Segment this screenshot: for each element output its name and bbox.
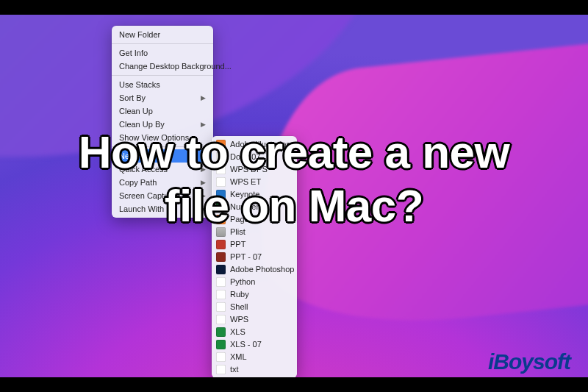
menu-item-clean-up[interactable]: Clean Up (112, 104, 213, 118)
file-type-icon (216, 340, 226, 349)
menu-item-label: New File (119, 151, 151, 161)
submenu-item-label: PPT - 07 (230, 252, 262, 263)
file-type-icon (216, 240, 226, 249)
file-type-icon (216, 140, 226, 149)
file-type-icon (216, 215, 226, 224)
submenu-item-label: WPS ET (230, 177, 261, 188)
submenu-item-label: Ruby (230, 289, 249, 300)
menu-item-launch-with[interactable]: Launch With▶ (112, 202, 213, 215)
file-type-icon (216, 352, 226, 362)
submenu-item-numbers[interactable]: Numbers (212, 201, 297, 213)
submenu-item-label: WPS DPS (230, 164, 268, 175)
file-type-icon (216, 190, 226, 199)
submenu-item-label: Python (230, 277, 255, 288)
submenu-item-label: WPS (230, 314, 248, 325)
desktop-context-menu: New FolderGet InfoChange Desktop Backgro… (112, 26, 213, 218)
submenu-item-adobe-illustrator[interactable]: Adobe Illustrator (212, 138, 297, 151)
submenu-item-label: Numbers (230, 202, 263, 213)
file-type-icon (216, 152, 226, 162)
submenu-item-pages[interactable]: Pages (212, 213, 297, 226)
file-type-icon (216, 177, 226, 187)
file-type-icon (216, 302, 226, 312)
menu-item-label: Use Stacks (119, 79, 160, 90)
menu-item-label: Clean Up (119, 106, 153, 116)
menu-item-show-view-options[interactable]: Show View Options (112, 131, 213, 144)
submenu-item-plist[interactable]: Plist (212, 226, 297, 238)
submenu-item-wps-et[interactable]: WPS ET (212, 176, 297, 188)
letterbox-bottom (0, 377, 588, 392)
file-type-icon (216, 165, 226, 174)
menu-item-label: Show View Options (119, 132, 189, 143)
submenu-item-ppt-07[interactable]: PPT - 07 (212, 251, 297, 263)
menu-item-new-file[interactable]: New File▶ (112, 149, 213, 163)
chevron-right-icon: ▶ (201, 177, 206, 188)
chevron-right-icon: ▶ (201, 93, 206, 103)
chevron-right-icon: ▶ (201, 151, 206, 161)
watermark-logo: iBoysoft (488, 349, 570, 374)
file-type-icon (216, 202, 226, 212)
submenu-item-label: XLS - 07 (230, 339, 262, 350)
menu-item-label: Get Info (119, 48, 148, 58)
submenu-item-label: Adobe Illustrator (230, 139, 289, 150)
menu-item-label: Screen Capture (119, 190, 176, 201)
menu-separator (112, 146, 213, 147)
submenu-item-txt[interactable]: txt (212, 363, 297, 376)
submenu-item-wps-dps[interactable]: WPS DPS (212, 163, 297, 176)
submenu-item-ruby[interactable]: Ruby (212, 288, 297, 301)
submenu-item-ppt[interactable]: PPT (212, 238, 297, 251)
new-file-submenu: Adobe IllustratorDoc - 07WPS DPSWPS ETKe… (212, 136, 297, 378)
file-type-icon (216, 227, 226, 237)
menu-item-new-folder[interactable]: New Folder (112, 28, 213, 41)
chevron-right-icon: ▶ (201, 119, 206, 129)
menu-item-label: Launch With (119, 204, 164, 214)
chevron-right-icon: ▶ (201, 164, 206, 174)
menu-item-copy-path[interactable]: Copy Path▶ (112, 176, 213, 189)
submenu-item-wps[interactable]: WPS (212, 313, 297, 326)
submenu-item-xml[interactable]: XML (212, 351, 297, 363)
submenu-item-doc-07[interactable]: Doc - 07 (212, 151, 297, 163)
submenu-item-xls-07[interactable]: XLS - 07 (212, 338, 297, 351)
letterbox-top (0, 0, 588, 15)
chevron-right-icon: ▶ (201, 190, 206, 201)
submenu-item-label: Keynote (230, 189, 259, 200)
chevron-right-icon: ▶ (201, 204, 206, 214)
menu-item-label: Copy Path (119, 177, 157, 188)
menu-item-label: Change Desktop Background... (119, 61, 232, 71)
menu-item-get-info[interactable]: Get Info (112, 46, 213, 60)
submenu-item-label: XLS (230, 327, 245, 338)
submenu-item-label: Plist (230, 227, 245, 238)
submenu-item-label: Adobe Photoshop (230, 264, 294, 275)
submenu-item-label: XML (230, 352, 247, 363)
menu-item-clean-up-by[interactable]: Clean Up By▶ (112, 118, 213, 131)
menu-separator (112, 75, 213, 76)
submenu-item-shell[interactable]: Shell (212, 301, 297, 313)
submenu-item-label: Shell (230, 302, 248, 313)
file-type-icon (216, 277, 226, 287)
submenu-item-label: Pages (230, 214, 253, 225)
file-type-icon (216, 265, 226, 274)
submenu-item-label: Doc - 07 (230, 152, 261, 163)
menu-item-use-stacks[interactable]: Use Stacks (112, 78, 213, 91)
menu-item-label: New Folder (119, 29, 160, 40)
file-type-icon (216, 327, 226, 337)
menu-item-quick-access[interactable]: Quick Access▶ (112, 163, 213, 176)
file-type-icon (216, 315, 226, 324)
menu-item-label: Quick Access (119, 164, 168, 174)
file-type-icon (216, 290, 226, 299)
submenu-item-keynote[interactable]: Keynote (212, 188, 297, 201)
menu-separator (112, 43, 213, 44)
file-type-icon (216, 252, 226, 262)
menu-item-label: Clean Up By (119, 119, 165, 129)
submenu-item-xls[interactable]: XLS (212, 326, 297, 338)
file-type-icon (216, 365, 226, 374)
submenu-item-adobe-photoshop[interactable]: Adobe Photoshop (212, 263, 297, 276)
menu-item-label: Sort By (119, 93, 146, 103)
menu-item-change-desktop-background[interactable]: Change Desktop Background... (112, 60, 213, 73)
menu-item-screen-capture[interactable]: Screen Capture▶ (112, 189, 213, 202)
submenu-item-python[interactable]: Python (212, 276, 297, 288)
menu-item-sort-by[interactable]: Sort By▶ (112, 91, 213, 104)
submenu-item-label: txt (230, 364, 239, 375)
submenu-item-label: PPT (230, 239, 245, 250)
